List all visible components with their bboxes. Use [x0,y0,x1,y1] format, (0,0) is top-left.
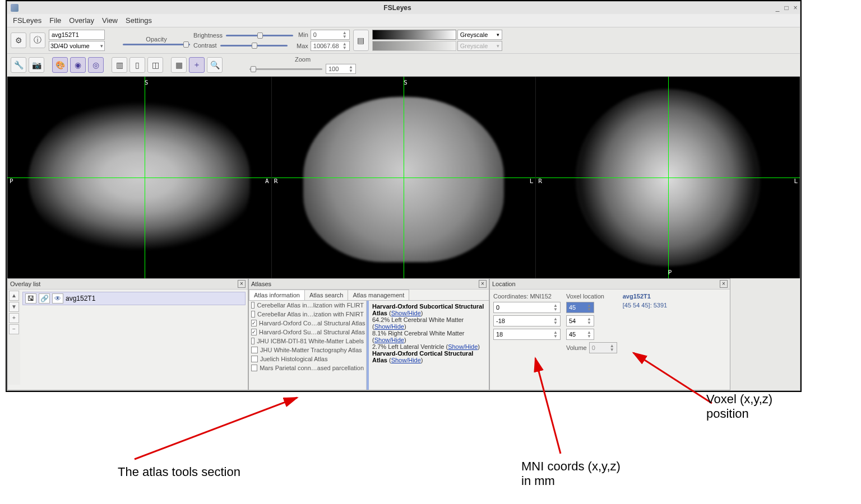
voxel-x-input[interactable]: 45▲▼ [566,302,594,313]
voxel-z-input[interactable]: 45▲▼ [566,329,594,340]
layout-col-icon[interactable]: ▯ [129,57,145,73]
atlas-list-item[interactable]: ✓Harvard-Oxford Su…al Structural Atlas [249,328,366,337]
maximize-button[interactable]: □ [782,4,791,12]
info-icon[interactable]: ⓘ [30,32,45,48]
atlas-item-label: JHU White-Matter Tractography Atlas [260,347,362,353]
display-range-icon[interactable]: ▤ [353,30,369,51]
close-button[interactable]: × [791,4,800,12]
overlay-panel-close[interactable]: × [238,280,246,288]
show-hide-link[interactable]: Show/Hide [374,337,404,343]
overlay-name-input[interactable] [49,30,105,40]
mni-z-input[interactable]: 18▲▼ [493,329,561,340]
contrast-slider[interactable] [220,45,288,46]
atlas-list-item[interactable]: Juelich Histological Atlas [249,354,366,363]
atlas-checkbox[interactable]: ✓ [251,329,257,335]
overlay-list-panel: Overlay list × ▲ ▼ + − 🖫 🔗 👁 avg152T1 [7,278,248,390]
minimize-button[interactable]: _ [773,4,782,12]
crosshair-vertical [668,77,669,278]
max-value-input[interactable]: 10067.68▲▼ [311,41,350,51]
target-icon[interactable]: ◎ [88,57,104,73]
atlas-list-item[interactable]: JHU ICBM-DTI-81 White-Matter Labels [249,337,366,346]
svg-line-1 [535,358,561,454]
zoom-slider[interactable] [249,68,322,70]
show-hide-link[interactable]: Show/Hide [374,323,404,330]
opacity-slider[interactable] [123,44,190,45]
atlas-item-label: Harvard-Oxford Su…al Structural Atlas [259,329,365,335]
atlas-list-item[interactable]: Cerebellar Atlas in…ization with FNIRT [249,310,366,319]
atlas-list-item[interactable]: JHU White-Matter Tractography Atlas [249,346,366,354]
camera-icon[interactable]: 📷 [29,57,44,73]
atlas-info-heading: Harvard-Oxford Cortical Structural Atlas [372,350,473,363]
zoom-value-input[interactable]: 100▲▼ [326,64,356,74]
volume-input[interactable]: 0▲▼ [589,342,617,353]
atlas-list-item[interactable]: Cerebellar Atlas in…lization with FLIRT [249,301,366,310]
atlas-checkbox[interactable] [251,365,257,371]
annotation-atlas: The atlas tools section [118,465,240,479]
save-icon[interactable]: 🖫 [25,293,36,304]
tab-atlas-search[interactable]: Atlas search [304,290,349,300]
layout-3col-icon[interactable]: ▥ [112,57,127,73]
atlas-item-label: Mars Parietal conn…ased parcellation [260,365,364,371]
menu-view[interactable]: View [102,16,118,25]
atlas-list-item[interactable]: ✓Harvard-Oxford Co…al Structural Atlas [249,319,366,328]
show-hide-link[interactable]: Show/Hide [448,343,478,350]
overlay-type-select[interactable]: 3D/4D volume [49,41,105,51]
neg-colormap-preview [372,41,456,51]
titlebar: FSLeyes _ □ × [7,2,800,14]
atlas-checkbox[interactable]: ✓ [251,320,257,326]
location-overlay-value: [45 54 45]: 5391 [623,302,668,309]
atlases-panel-close[interactable]: × [479,280,487,288]
remove-overlay-button[interactable]: − [9,324,19,334]
crosshair-vertical [145,77,145,278]
mni-y-input[interactable]: -18▲▼ [493,315,561,326]
sagittal-view[interactable]: S P A [7,77,272,278]
arrow-voxel [628,347,718,409]
tab-atlas-management[interactable]: Atlas management [348,290,409,300]
grid-icon[interactable]: ▦ [171,57,187,73]
location-panel-close[interactable]: × [720,280,728,288]
atlas-checkbox[interactable] [251,356,258,362]
link-icon[interactable]: 🔗 [39,293,50,304]
overlay-list-item[interactable]: 🖫 🔗 👁 avg152T1 [22,292,246,305]
atlas-item-label: Juelich Histological Atlas [260,356,327,362]
atlas-checkbox[interactable] [251,302,254,309]
annotation-mni: MNI coords (x,y,z) in mm [521,459,633,488]
show-hide-link[interactable]: Show/Hide [391,357,421,363]
zoom-icon[interactable]: 🔍 [207,57,223,73]
crosshair-icon[interactable]: ＋ [189,57,205,73]
min-value-input[interactable]: 0▲▼ [311,30,350,40]
move-down-button[interactable]: ▼ [9,302,19,312]
app-icon [11,4,18,12]
axial-view[interactable]: R L P [536,77,800,278]
visibility-icon[interactable]: 👁 [52,293,63,304]
show-hide-link[interactable]: Show/Hide [391,310,421,316]
atlas-checkbox[interactable] [251,338,254,344]
tab-atlas-information[interactable]: Atlas information [249,290,305,300]
voxel-y-input[interactable]: 54▲▼ [566,315,594,326]
atlas-item-label: Cerebellar Atlas in…lization with FLIRT [257,302,364,309]
atlas-info-line: 2.7% Left Lateral Ventricle [372,343,444,350]
coronal-view[interactable]: S R L [272,77,536,278]
menu-settings[interactable]: Settings [126,16,152,25]
wrench-icon[interactable]: 🔧 [11,57,26,73]
settings-icon[interactable]: ⚙ [11,32,26,48]
menu-file[interactable]: File [49,16,61,25]
atlas-info-pane: Harvard-Oxford Subcortical Structural At… [367,301,489,390]
menu-overlay[interactable]: Overlay [69,16,94,25]
mni-x-input[interactable]: 0▲▼ [493,302,561,313]
menu-fsleyes[interactable]: FSLeyes [13,16,41,25]
add-overlay-button[interactable]: + [9,313,19,323]
layout-split-icon[interactable]: ◫ [147,57,163,73]
menubar: FSLeyes File Overlay View Settings [7,14,800,27]
atlas-checkbox[interactable] [251,311,255,318]
arrow-mni [527,353,572,459]
atlas-list-item[interactable]: Mars Parietal conn…ased parcellation [249,363,366,372]
brightness-slider[interactable] [226,35,293,36]
colormap-select[interactable]: Greyscale [457,30,502,40]
voxel-label: Voxel location [566,293,617,300]
palette-icon[interactable]: 🎨 [52,57,68,73]
contrast-label: Contrast [193,42,217,49]
pin-icon[interactable]: ◉ [70,57,86,73]
atlas-checkbox[interactable] [251,347,258,353]
move-up-button[interactable]: ▲ [9,291,19,301]
